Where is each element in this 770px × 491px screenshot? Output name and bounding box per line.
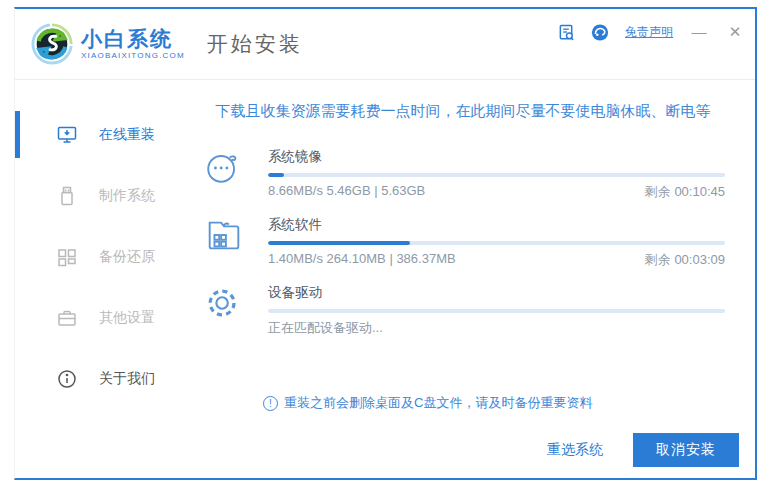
task-row-system-software: 系统软件 1.40MB/s 264.10MB | 386.37MB 剩余 00:… <box>201 214 725 269</box>
task-list: 系统镜像 8.66MB/s 5.46GB | 5.63GB 剩余 00:10:4… <box>201 146 725 337</box>
page-title: 开始安装 <box>207 30 303 58</box>
tip-text: 下载且收集资源需要耗费一点时间，在此期间尽量不要使电脑休眠、断电等 <box>201 102 725 121</box>
logo-text: 小白系统 XIAOBAIXITONG.COM <box>81 28 185 60</box>
face-chat-icon <box>201 146 247 190</box>
titlebar-controls: 免责声明 — ✕ <box>557 23 745 41</box>
task-name: 系统镜像 <box>268 146 725 166</box>
sidebar-item-make-system[interactable]: 制作系统 <box>15 165 181 226</box>
cancel-install-button[interactable]: 取消安装 <box>633 433 739 467</box>
disclaimer-link[interactable]: 免责声明 <box>625 24 673 41</box>
sidebar-item-label: 在线重装 <box>99 126 155 144</box>
info-circle-icon <box>57 369 77 389</box>
task-remaining: 剩余 00:10:45 <box>645 183 725 201</box>
app-window: 小白系统 XIAOBAIXITONG.COM 开始安装 <box>14 7 757 480</box>
progress-bar <box>268 173 725 177</box>
sidebar-item-backup-restore[interactable]: 备份还原 <box>15 226 181 287</box>
close-button[interactable]: ✕ <box>725 23 745 41</box>
warning-icon: ! <box>263 396 278 411</box>
task-stats: 1.40MB/s 264.10MB | 386.37MB <box>268 251 456 269</box>
sidebar-item-label: 关于我们 <box>99 370 155 388</box>
footer-actions: 重选系统 取消安装 <box>547 433 739 467</box>
main-content: 下载且收集资源需要耗费一点时间，在此期间尽量不要使电脑休眠、断电等 系统 <box>181 80 755 479</box>
folder-apps-icon <box>201 214 247 258</box>
gear-icon <box>201 282 247 326</box>
customer-service-icon[interactable] <box>591 23 609 41</box>
logo-domain: XIAOBAIXITONG.COM <box>81 52 185 60</box>
reselect-system-button[interactable]: 重选系统 <box>547 441 603 459</box>
sidebar-item-label: 备份还原 <box>99 248 155 266</box>
sidebar-item-about-us[interactable]: 关于我们 <box>15 348 181 409</box>
header: 小白系统 XIAOBAIXITONG.COM 开始安装 <box>15 9 755 80</box>
warning-note: ! 重装之前会删除桌面及C盘文件，请及时备份重要资料 <box>263 394 725 412</box>
progress-fill <box>268 241 410 245</box>
bill-inspect-icon[interactable] <box>557 23 575 41</box>
sidebar-item-other-settings[interactable]: 其他设置 <box>15 287 181 348</box>
app-logo: 小白系统 XIAOBAIXITONG.COM <box>29 21 185 67</box>
task-name: 系统软件 <box>268 214 725 234</box>
task-row-system-image: 系统镜像 8.66MB/s 5.46GB | 5.63GB 剩余 00:10:4… <box>201 146 725 201</box>
task-name: 设备驱动 <box>268 282 725 302</box>
app-body: 在线重装 制作系统 备份还原 <box>15 80 755 479</box>
sidebar-item-label: 其他设置 <box>99 309 155 327</box>
backup-blocks-icon <box>57 247 77 267</box>
sidebar: 在线重装 制作系统 备份还原 <box>15 80 181 479</box>
progress-bar <box>268 309 725 313</box>
progress-fill <box>268 173 284 177</box>
task-status: 正在匹配设备驱动... <box>268 319 383 337</box>
minimize-button[interactable]: — <box>689 23 709 41</box>
progress-bar <box>268 241 725 245</box>
task-stats: 8.66MB/s 5.46GB | 5.63GB <box>268 183 425 201</box>
task-remaining: 剩余 00:03:09 <box>645 251 725 269</box>
monitor-reinstall-icon <box>57 125 77 145</box>
warning-text: 重装之前会删除桌面及C盘文件，请及时备份重要资料 <box>284 394 592 412</box>
sidebar-item-label: 制作系统 <box>99 187 155 205</box>
logo-name: 小白系统 <box>81 28 185 50</box>
logo-sync-icon <box>29 21 75 67</box>
usb-drive-icon <box>57 186 77 206</box>
sidebar-item-online-reinstall[interactable]: 在线重装 <box>15 104 181 165</box>
briefcase-icon <box>57 308 77 328</box>
task-row-device-driver: 设备驱动 正在匹配设备驱动... <box>201 282 725 337</box>
